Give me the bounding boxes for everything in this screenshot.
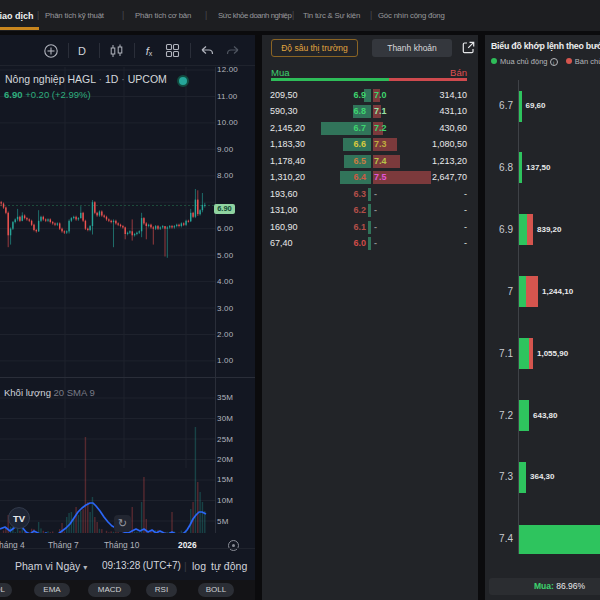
svg-text:TV: TV <box>13 513 26 524</box>
